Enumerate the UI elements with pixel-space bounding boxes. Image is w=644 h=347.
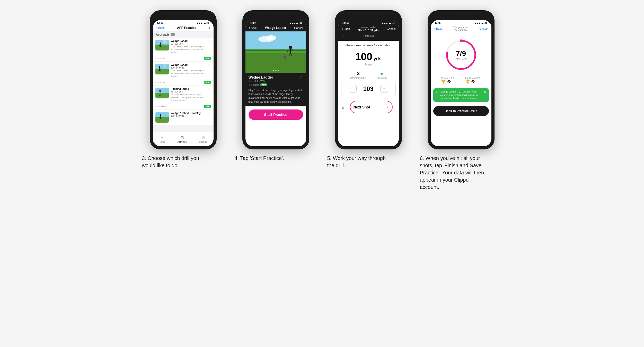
svg-rect-20 — [155, 88, 169, 93]
golf-scene-1 — [155, 40, 169, 50]
drill-detail-content: Wedge Ladder 100–140 yds ☆ ○ 9 shots APP… — [245, 73, 306, 106]
score-fraction: 7/9 — [454, 49, 467, 58]
section-badge: 7 — [171, 33, 175, 36]
status-bar-5: 13:03 ▲▲▲ ☁ ▪46 — [338, 20, 399, 25]
back-to-drills-button[interactable]: Back to Practice Drills — [433, 106, 489, 116]
previous-pb-label: Previous PB — [441, 77, 454, 79]
back-btn-3[interactable]: < Back — [156, 26, 165, 29]
star-icon-2[interactable]: ☆ — [208, 64, 211, 67]
star-icon-4[interactable]: ☆ — [208, 112, 211, 115]
status-icons-6: ▲▲▲ ☁ ▪46 — [474, 22, 487, 24]
step-5-col: 13:03 ▲▲▲ ☁ ▪46 < Back Wedge Ladder — [327, 10, 410, 191]
tab-activities[interactable]: ⊞ Activities — [178, 135, 187, 143]
toast-close-icon[interactable]: ✕ — [484, 90, 486, 94]
last-month-pb: Last month PB 🏆 -/9 — [465, 77, 481, 83]
star-icon-1[interactable]: ☆ — [208, 40, 211, 43]
drill-thumb-2 — [155, 64, 169, 74]
score-label: Total Score — [454, 58, 467, 61]
target-label: Target — [338, 63, 399, 66]
start-practice-button[interactable]: Start Practice — [249, 109, 303, 120]
nav-title-3: APP Practice — [177, 26, 196, 30]
notch-4 — [264, 13, 287, 19]
nav-6: < Back Wedge Ladder 06 Mar 2023 Cancel — [431, 25, 491, 33]
cancel-btn-4[interactable]: Cancel — [294, 26, 303, 29]
status-bar-3: 13:02 ▲▲▲ ☁ ▪46 — [153, 20, 214, 25]
battery-icon-4: ▪46 — [299, 22, 302, 24]
shot-stats: 3 Difference (yds) ● Hit Target — [338, 68, 399, 82]
stat-difference: 3 Difference (yds) — [350, 71, 366, 79]
star-icon-detail[interactable]: ☆ — [300, 75, 303, 79]
drill-list: Wedge Ladder 50–100 yds Play 1 shot at e… — [153, 38, 214, 125]
drill-hero — [245, 31, 306, 73]
trash-icon[interactable]: 🗑 — [341, 105, 345, 109]
hit-target-label: Hit Target — [377, 77, 386, 79]
practice-screen: Approach 7 — [153, 31, 214, 146]
status-bar-6: 13:03 ▲▲▲ ☁ ▪46 — [431, 20, 491, 25]
battery-icon-5: ▪46 — [392, 22, 395, 24]
app-badge-3: APP — [204, 105, 211, 108]
carry-bold: carry distance — [354, 44, 373, 47]
drill-meta-1: ○ 9 shots APP — [153, 56, 214, 62]
drill-meta-3: ○ 10 shots APP — [153, 104, 214, 110]
check-icon: ✓ — [436, 90, 439, 94]
back-btn-4[interactable]: < Back — [249, 26, 257, 29]
back-btn-5[interactable]: < Back — [341, 27, 350, 30]
next-arrow-nav[interactable]: → — [390, 33, 395, 39]
list-item[interactable]: Pitching String 55–100 yds Hit 1 shot at… — [153, 86, 214, 104]
nav-3: < Back APP Practice ≡ — [153, 25, 214, 31]
svg-rect-39 — [245, 49, 306, 51]
step-3-caption: 3. Choose which drill you would like to … — [142, 155, 209, 169]
list-item[interactable]: Wedge Ladder 50–100 yds Play 1 shot at e… — [153, 38, 214, 56]
shot-progress-row: ← Score 5/9 → — [338, 33, 399, 41]
distance-value[interactable]: 103 — [361, 85, 376, 92]
trophy-icon-2: 🏆 — [465, 79, 470, 83]
hero-scene-svg — [245, 31, 306, 73]
drill-yds-2: 100–140 yds — [171, 66, 206, 69]
drill-info-2: Wedge Ladder 100–140 yds Play 1 shot at … — [171, 64, 206, 78]
svg-point-13 — [159, 66, 160, 68]
plus-button[interactable]: + — [380, 85, 388, 93]
drill-thumb-4 — [155, 112, 169, 123]
drill-detail-header: Wedge Ladder 100–140 yds ☆ — [249, 75, 303, 82]
tab-home[interactable]: ⌂ Home — [159, 136, 165, 143]
shot-top-area: 13:03 ▲▲▲ ☁ ▪46 < Back Wedge Ladder — [338, 20, 399, 41]
score-nav-title: Wedge Ladder — [453, 26, 469, 29]
svg-line-32 — [161, 117, 162, 117]
svg-point-4 — [160, 43, 161, 44]
target-distance: 100 yds Target — [338, 49, 399, 68]
list-item[interactable]: Wedge & Short Iron Play 100–140 yds ☆ — [153, 110, 214, 125]
clock-icon-detail: ○ — [249, 83, 250, 86]
phone-6: 13:03 ▲▲▲ ☁ ▪46 < Back Wedge Ladder 06 M… — [428, 10, 495, 149]
shot-content: Enter carry distance for each shot 100 y… — [338, 41, 399, 146]
stat-hit-target: ● Hit Target — [377, 71, 386, 79]
drill-meta-2: ○ 9 shots APP — [153, 80, 214, 86]
back-btn-6[interactable]: < Back — [434, 27, 443, 30]
drill-shots-1: ○ 9 shots — [155, 57, 165, 60]
svg-rect-1 — [155, 40, 169, 45]
star-icon-3[interactable]: ☆ — [208, 88, 211, 91]
score-screen: 13:03 ▲▲▲ ☁ ▪46 < Back Wedge Ladder 06 M… — [431, 20, 491, 146]
tab-capture[interactable]: ⊕ Capture — [199, 135, 207, 143]
minus-button[interactable]: − — [349, 85, 357, 93]
drill-yds-4: 100–140 yds — [171, 115, 206, 117]
app-badge-2: APP — [204, 81, 211, 84]
time-5: 13:03 — [342, 22, 349, 24]
cancel-btn-5[interactable]: Cancel — [387, 27, 395, 30]
list-item[interactable]: Wedge Ladder 100–140 yds Play 1 shot at … — [153, 62, 214, 80]
drill-detail-app-badge: APP — [260, 83, 267, 86]
time-6: 13:03 — [435, 22, 442, 24]
drill-thumb-3 — [155, 88, 169, 98]
prev-arrow[interactable]: ← — [342, 33, 347, 39]
next-shot-button[interactable]: Next Shot → — [350, 101, 393, 113]
notch-3 — [172, 13, 195, 19]
screen-4: 13:02 ▲▲▲ ☁ ▪46 < Back Wedge Ladder Canc… — [245, 20, 306, 146]
shot-title-center: Wedge Ladder Shot 1, 100 yds — [358, 26, 378, 32]
screen-3: 13:02 ▲▲▲ ☁ ▪46 < Back APP Practice ≡ — [153, 20, 214, 146]
cancel-btn-6[interactable]: Cancel — [479, 27, 488, 30]
drill-detail-yds: 100–140 yds — [249, 79, 273, 82]
section-header: Approach 7 — [153, 31, 214, 38]
activities-icon: ⊞ — [180, 135, 184, 140]
svg-point-38 — [266, 35, 276, 40]
wifi-icon-6: ☁ — [481, 22, 483, 24]
menu-btn-3[interactable]: ≡ — [209, 26, 210, 29]
